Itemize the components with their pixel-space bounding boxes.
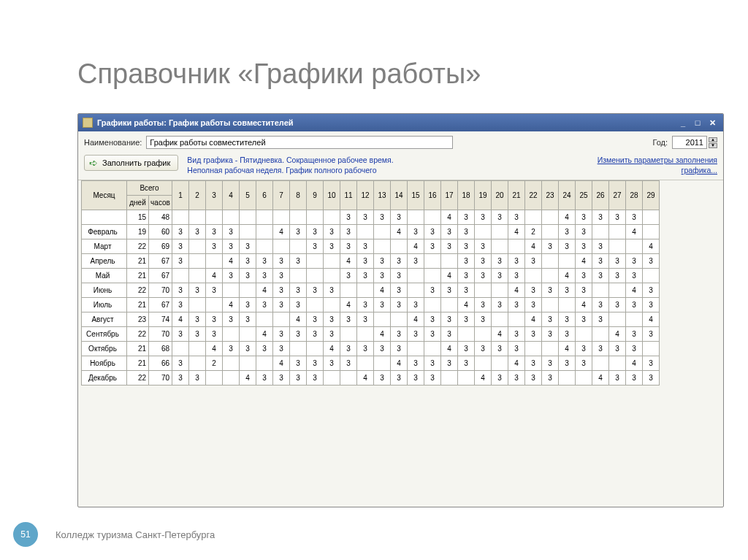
month-cell[interactable]: Июнь xyxy=(82,283,127,298)
day-cell[interactable] xyxy=(290,239,307,254)
day-cell[interactable]: 4 xyxy=(290,312,307,327)
day-cell[interactable]: 3 xyxy=(609,342,626,356)
fill-schedule-button[interactable]: ➪ Заполнить график xyxy=(84,155,178,171)
day-cell[interactable]: 3 xyxy=(391,342,408,356)
day-cell[interactable]: 4 xyxy=(458,298,475,312)
day-cell[interactable] xyxy=(240,327,256,342)
day-cell[interactable]: 3 xyxy=(576,342,592,356)
day-cell[interactable]: 3 xyxy=(240,312,256,327)
day-cell[interactable] xyxy=(324,210,340,225)
hours-cell[interactable]: 70 xyxy=(149,283,172,298)
day-cell[interactable]: 4 xyxy=(273,356,290,371)
day-cell[interactable] xyxy=(240,210,256,225)
day-cell[interactable]: 4 xyxy=(206,269,223,283)
day-cell[interactable]: 3 xyxy=(290,327,307,342)
hours-cell[interactable]: 48 xyxy=(149,210,172,225)
day-cell[interactable]: 3 xyxy=(374,371,391,386)
day-cell[interactable]: 3 xyxy=(441,356,458,371)
day-cell[interactable]: 3 xyxy=(408,254,424,269)
hours-cell[interactable]: 70 xyxy=(149,327,172,342)
day-cell[interactable]: 3 xyxy=(458,342,475,356)
day-cell[interactable] xyxy=(441,371,458,386)
day-cell[interactable]: 3 xyxy=(542,239,559,254)
day-cell[interactable]: 3 xyxy=(374,254,391,269)
day-cell[interactable]: 4 xyxy=(256,283,273,298)
day-cell[interactable]: 4 xyxy=(273,225,290,239)
day-cell[interactable]: 3 xyxy=(273,371,290,386)
day-cell[interactable] xyxy=(492,239,508,254)
day-cell[interactable] xyxy=(391,239,408,254)
day-cell[interactable] xyxy=(508,239,525,254)
day-cell[interactable]: 3 xyxy=(643,371,660,386)
day-cell[interactable] xyxy=(189,356,206,371)
day-cell[interactable]: 3 xyxy=(424,327,441,342)
day-cell[interactable]: 3 xyxy=(290,254,307,269)
day-cell[interactable]: 3 xyxy=(324,283,340,298)
day-cell[interactable]: 3 xyxy=(357,342,374,356)
month-cell[interactable]: Апрель xyxy=(82,254,127,269)
day-cell[interactable]: 3 xyxy=(391,298,408,312)
day-cell[interactable] xyxy=(172,210,189,225)
day-cell[interactable] xyxy=(357,356,374,371)
day-cell[interactable]: 3 xyxy=(189,225,206,239)
day-cell[interactable]: 3 xyxy=(391,327,408,342)
day-cell[interactable]: 3 xyxy=(424,371,441,386)
day-cell[interactable]: 3 xyxy=(626,254,643,269)
day-cell[interactable] xyxy=(307,269,324,283)
month-cell[interactable] xyxy=(82,210,127,225)
day-cell[interactable] xyxy=(408,283,424,298)
day-cell[interactable]: 3 xyxy=(492,298,508,312)
days-cell[interactable]: 21 xyxy=(127,356,149,371)
day-cell[interactable]: 3 xyxy=(206,225,223,239)
day-cell[interactable]: 3 xyxy=(324,239,340,254)
day-cell[interactable]: 4 xyxy=(576,254,592,269)
day-cell[interactable]: 3 xyxy=(391,283,408,298)
day-cell[interactable]: 3 xyxy=(290,283,307,298)
day-cell[interactable]: 3 xyxy=(576,210,592,225)
day-cell[interactable]: 3 xyxy=(374,210,391,225)
day-cell[interactable] xyxy=(492,356,508,371)
day-cell[interactable] xyxy=(374,312,391,327)
day-cell[interactable]: 3 xyxy=(324,225,340,239)
day-cell[interactable] xyxy=(559,298,576,312)
day-cell[interactable]: 3 xyxy=(273,342,290,356)
day-cell[interactable]: 4 xyxy=(576,298,592,312)
day-cell[interactable]: 3 xyxy=(441,312,458,327)
day-cell[interactable] xyxy=(223,327,240,342)
day-cell[interactable]: 4 xyxy=(559,269,576,283)
day-cell[interactable]: 3 xyxy=(441,225,458,239)
day-cell[interactable]: 3 xyxy=(290,356,307,371)
hours-cell[interactable]: 70 xyxy=(149,371,172,386)
hours-cell[interactable]: 67 xyxy=(149,298,172,312)
day-cell[interactable]: 3 xyxy=(559,225,576,239)
day-cell[interactable] xyxy=(189,239,206,254)
day-cell[interactable] xyxy=(273,239,290,254)
day-cell[interactable]: 3 xyxy=(223,239,240,254)
day-cell[interactable] xyxy=(458,327,475,342)
day-cell[interactable] xyxy=(408,342,424,356)
day-cell[interactable]: 2 xyxy=(206,356,223,371)
month-cell[interactable]: Сентябрь xyxy=(82,327,127,342)
days-cell[interactable]: 21 xyxy=(127,269,149,283)
day-cell[interactable]: 3 xyxy=(508,371,525,386)
day-cell[interactable] xyxy=(492,312,508,327)
day-cell[interactable]: 3 xyxy=(290,298,307,312)
day-cell[interactable]: 3 xyxy=(206,312,223,327)
day-cell[interactable]: 4 xyxy=(408,239,424,254)
day-cell[interactable]: 3 xyxy=(643,283,660,298)
day-cell[interactable] xyxy=(626,239,643,254)
day-cell[interactable]: 3 xyxy=(340,269,357,283)
day-cell[interactable]: 3 xyxy=(172,371,189,386)
day-cell[interactable] xyxy=(643,210,660,225)
day-cell[interactable]: 3 xyxy=(592,210,609,225)
day-cell[interactable]: 4 xyxy=(391,225,408,239)
day-cell[interactable] xyxy=(340,283,357,298)
day-cell[interactable]: 3 xyxy=(223,312,240,327)
days-cell[interactable]: 19 xyxy=(127,225,149,239)
day-cell[interactable] xyxy=(340,371,357,386)
day-cell[interactable]: 3 xyxy=(273,254,290,269)
day-cell[interactable] xyxy=(576,327,592,342)
month-cell[interactable]: Ноябрь xyxy=(82,356,127,371)
day-cell[interactable]: 4 xyxy=(441,269,458,283)
day-cell[interactable] xyxy=(189,342,206,356)
